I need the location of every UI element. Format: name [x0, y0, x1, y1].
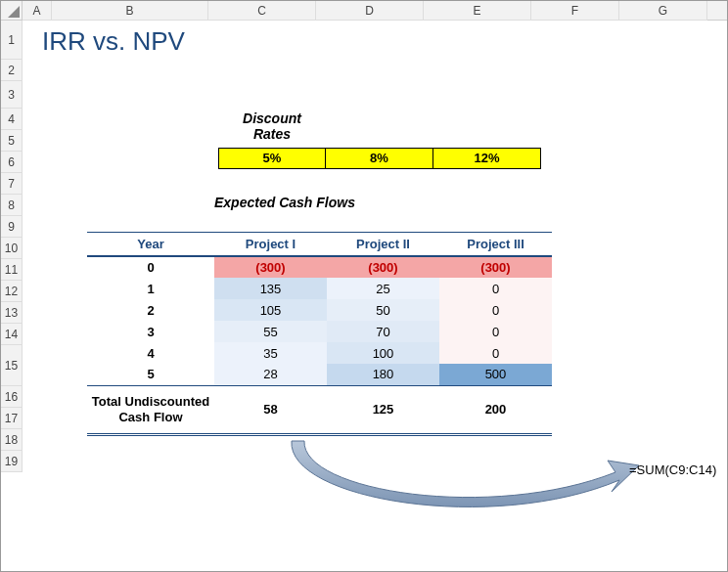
cell-p2[interactable]: 180 — [327, 364, 439, 385]
cell-year[interactable]: 0 — [87, 256, 214, 278]
cell-p3[interactable]: 0 — [439, 342, 552, 364]
formula-annotation: =SUM(C9:C14) — [629, 462, 716, 477]
total-row: Total Undiscounted Cash Flow 58 125 200 — [87, 385, 552, 434]
total-project-1[interactable]: 58 — [214, 385, 327, 434]
row-header-16[interactable]: 16 — [1, 386, 23, 408]
cell-discount-1[interactable]: 5% — [218, 148, 326, 169]
row-header-12[interactable]: 12 — [1, 281, 23, 302]
row-header-15[interactable]: 15 — [1, 345, 23, 386]
row-header-17[interactable]: 17 — [1, 408, 23, 429]
cell-year[interactable]: 5 — [87, 364, 214, 385]
row-header-8[interactable]: 8 — [1, 195, 23, 216]
row-header-7[interactable]: 7 — [1, 173, 23, 195]
total-project-3[interactable]: 200 — [439, 385, 552, 434]
discount-rates-label: Discount Rates — [228, 110, 316, 142]
page-title: IRR vs. NPV — [42, 26, 185, 57]
row-headers: 12345678910111213141516171819 — [1, 21, 23, 472]
row-header-19[interactable]: 19 — [1, 451, 23, 472]
cell-p3[interactable]: 0 — [439, 278, 552, 299]
table-row: 0(300)(300)(300) — [87, 256, 552, 278]
header-year: Year — [87, 233, 214, 257]
table-row: 2105500 — [87, 299, 552, 321]
total-label: Total Undiscounted Cash Flow — [87, 385, 214, 434]
table-row: 528180500 — [87, 364, 552, 385]
row-header-13[interactable]: 13 — [1, 302, 23, 324]
select-all-corner[interactable] — [1, 1, 23, 21]
cell-p2[interactable]: 25 — [327, 278, 439, 299]
cell-year[interactable]: 1 — [87, 278, 214, 299]
cell-p1[interactable]: 105 — [214, 299, 327, 321]
row-header-11[interactable]: 11 — [1, 259, 23, 281]
cell-p1[interactable]: 35 — [214, 342, 327, 364]
row-header-2[interactable]: 2 — [1, 60, 23, 81]
arrow-annotation — [248, 431, 688, 549]
col-header-E[interactable]: E — [424, 1, 531, 21]
row-header-9[interactable]: 9 — [1, 216, 23, 238]
column-headers: ABCDEFG — [1, 1, 727, 21]
row-header-18[interactable]: 18 — [1, 429, 23, 451]
cell-p2[interactable]: 50 — [327, 299, 439, 321]
table-header-row: Year Project I Project II Project III — [87, 233, 552, 257]
row-header-14[interactable]: 14 — [1, 324, 23, 345]
worksheet[interactable]: IRR vs. NPV Discount Rates 5% 8% 12% Exp… — [23, 21, 727, 571]
table-row: 1135250 — [87, 278, 552, 299]
total-project-2[interactable]: 125 — [327, 385, 439, 434]
cell-p3[interactable]: (300) — [439, 256, 552, 278]
cell-p1[interactable]: 28 — [214, 364, 327, 385]
row-header-4[interactable]: 4 — [1, 109, 23, 130]
table-row: 4351000 — [87, 342, 552, 364]
cell-p3[interactable]: 500 — [439, 364, 552, 385]
col-header-C[interactable]: C — [208, 1, 316, 21]
row-header-10[interactable]: 10 — [1, 238, 23, 259]
header-project-2: Project II — [327, 233, 439, 257]
cell-year[interactable]: 3 — [87, 321, 214, 342]
cell-p2[interactable]: 70 — [327, 321, 439, 342]
cashflow-table: Year Project I Project II Project III 0(… — [87, 232, 552, 436]
row-header-6[interactable]: 6 — [1, 152, 23, 173]
cell-discount-2[interactable]: 8% — [326, 148, 433, 169]
col-header-D[interactable]: D — [316, 1, 424, 21]
cell-year[interactable]: 2 — [87, 299, 214, 321]
col-header-A[interactable]: A — [23, 1, 52, 21]
row-header-1[interactable]: 1 — [1, 21, 23, 60]
cell-year[interactable]: 4 — [87, 342, 214, 364]
cell-p2[interactable]: (300) — [327, 256, 439, 278]
col-header-B[interactable]: B — [52, 1, 208, 21]
cell-p1[interactable]: 55 — [214, 321, 327, 342]
cell-p2[interactable]: 100 — [327, 342, 439, 364]
col-header-F[interactable]: F — [531, 1, 619, 21]
row-header-5[interactable]: 5 — [1, 130, 23, 152]
cell-discount-3[interactable]: 12% — [433, 148, 541, 169]
expected-cashflows-label: Expected Cash Flows — [214, 195, 355, 210]
col-header-G[interactable]: G — [619, 1, 707, 21]
row-header-3[interactable]: 3 — [1, 81, 23, 109]
header-project-1: Project I — [214, 233, 327, 257]
cell-p3[interactable]: 0 — [439, 299, 552, 321]
cell-p3[interactable]: 0 — [439, 321, 552, 342]
cell-p1[interactable]: 135 — [214, 278, 327, 299]
header-project-3: Project III — [439, 233, 552, 257]
discount-rates-row: 5% 8% 12% — [218, 148, 541, 169]
table-row: 355700 — [87, 321, 552, 342]
cell-p1[interactable]: (300) — [214, 256, 327, 278]
